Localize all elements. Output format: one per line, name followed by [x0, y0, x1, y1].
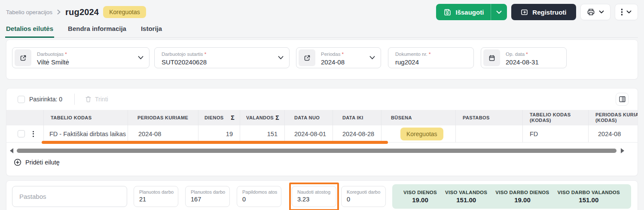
col-header-periodas-kuriame[interactable]: PERIODAS KURIAME — [128, 110, 198, 125]
stat-naudoti-atostogu[interactable]: Naudoti atostog 3.23 — [292, 186, 336, 207]
col-header-tabelio-kodas[interactable]: TABELIO KODAS — [43, 110, 128, 125]
col-header-pastabos[interactable]: PASTABOS — [455, 110, 522, 125]
save-button-label: Išsaugoti — [455, 9, 484, 16]
add-row-button[interactable]: Pridėti eilutę — [14, 158, 60, 166]
chevron-down-icon[interactable] — [369, 56, 381, 60]
column-settings-button[interactable] — [616, 93, 629, 106]
col-header-data-iki[interactable]: DATA IKI — [333, 110, 381, 125]
col-header-tabelio-kodas-kodas[interactable]: TABELIO KODAS(KODAS) — [522, 110, 588, 125]
status-badge: Koreguotas — [103, 6, 146, 18]
total-viso-dienos: VISO DIENOS 19.00 — [403, 190, 437, 204]
printer-icon — [587, 8, 595, 16]
kebab-icon — [621, 9, 623, 15]
field-label: Darbuotojo sutartis * — [162, 52, 206, 57]
chevron-down-icon — [599, 10, 604, 14]
add-row-label: Pridėti eilutę — [25, 159, 60, 166]
stat-papildomos-atostogos[interactable]: Papildomos atos 0 — [237, 186, 281, 207]
document-form-card: Darbuotojas * Viltė Smiltė Darbuotojo su… — [6, 40, 638, 79]
field-label: Darbuotojas * — [37, 52, 67, 57]
cell-tabelio-kodas-kodas: FD — [522, 125, 588, 142]
field-label: Op. data * — [506, 52, 528, 57]
cell-data-nuo: 2024-08-01 — [284, 125, 333, 142]
chevron-down-icon[interactable] — [278, 56, 289, 60]
dokumento-nr-value: rug2024 — [395, 58, 473, 66]
stat-planuotos-darbo-dienos[interactable]: Planuotos darbo 21 — [134, 186, 178, 207]
chevron-down-icon[interactable] — [138, 56, 149, 60]
calendar-icon[interactable] — [483, 49, 500, 66]
breadcrumb-parent-link[interactable]: Tabelio operacijos — [6, 9, 52, 15]
detail-lines-card: Pasirinkta: 0 Trinti TABELIO KODAS PERIO… — [6, 88, 638, 176]
cell-dienos: 19 — [198, 125, 240, 142]
col-header-dienos[interactable]: DIENOSΣ — [198, 110, 240, 125]
save-icon — [444, 9, 451, 16]
totals-panel: VISO DIENOS 19.00 VISO VALANDOS 151.00 V… — [392, 184, 631, 209]
table-row[interactable]: FD - Faktiškai dirbtas laikas 2024-08 19… — [6, 125, 638, 143]
header-select-column — [6, 110, 43, 125]
cell-valandos: 151 — [240, 125, 284, 142]
total-viso-darbo-dienos: VISO DARBO DIENOS 19.00 — [495, 190, 549, 204]
register-button[interactable]: Registruoti — [511, 4, 576, 20]
sutartis-value: SUT020240628 — [162, 58, 278, 66]
stat-planuotos-darbo-valandos[interactable]: Planuotos darbo 167 — [185, 186, 230, 207]
select-all-checkbox[interactable] — [18, 96, 25, 103]
tab-bendra-informacija[interactable]: Bendra informacija — [67, 23, 127, 37]
header-actions: Išsaugoti Registruoti — [436, 4, 638, 20]
save-button[interactable]: Išsaugoti — [436, 4, 507, 20]
op-data-field[interactable]: Op. data * 2024-08-31 — [481, 47, 567, 68]
stat-koreguoti-darbo[interactable]: Koreguoti darbo 0 — [341, 186, 386, 207]
sigma-icon: Σ — [231, 114, 235, 121]
darbuotojas-value: Viltė Smiltė — [37, 58, 138, 66]
field-label: Dokumento nr. * — [395, 52, 430, 57]
print-dropdown-button[interactable] — [580, 4, 610, 20]
periodas-field[interactable]: Periodas * 2024-08 — [296, 47, 381, 68]
chevron-right-icon — [57, 9, 61, 15]
col-header-data-nuo[interactable]: DATA NUO — [284, 110, 333, 125]
tab-bar: Detalios eilutės Bendra informacija Isto… — [5, 23, 638, 38]
cell-tabelio-kodas: FD - Faktiškai dirbtas laikas — [43, 125, 128, 142]
darbuotojas-field[interactable]: Darbuotojas * Viltė Smiltė — [12, 47, 150, 68]
tab-istorija[interactable]: Istorija — [140, 23, 163, 37]
topbar: Tabelio operacijos rug2024 Koreguotas Iš… — [6, 4, 638, 20]
cell-periodas-kuriame-kodas: 2024-08 — [588, 125, 638, 142]
external-link-icon[interactable] — [299, 49, 315, 66]
register-icon — [521, 9, 528, 16]
summary-card: Planuotos darbo 21 Planuotos darbo 167 P… — [6, 180, 638, 210]
register-button-label: Registruoti — [532, 9, 566, 16]
toolbar-divider — [74, 94, 75, 105]
sigma-icon: Σ — [275, 114, 279, 121]
external-link-icon[interactable] — [15, 49, 31, 66]
horizontal-scrollbar — [6, 148, 638, 153]
breadcrumb: Tabelio operacijos rug2024 Koreguotas — [6, 6, 146, 18]
page-title: rug2024 — [65, 7, 99, 17]
col-header-busena[interactable]: BŪSENA — [381, 110, 455, 125]
total-viso-darbo-valandos: VISO DARBO VALANDOS 151.00 — [558, 190, 620, 204]
col-header-valandos[interactable]: VALANDOSΣ — [240, 110, 284, 125]
notes-input[interactable] — [12, 186, 127, 207]
delete-button-label: Trinti — [95, 96, 108, 103]
scroll-right-arrow[interactable] — [621, 148, 624, 153]
scroll-left-arrow[interactable] — [10, 148, 13, 153]
row-status-badge: Koreguotas — [400, 128, 443, 140]
save-dropdown-toggle[interactable] — [491, 10, 507, 14]
total-viso-valandos: VISO VALANDOS 151.00 — [445, 190, 487, 204]
col-header-periodas-kuriame-kodas[interactable]: PERIODAS KURIAME(KODAS) — [588, 110, 638, 125]
tab-detalios-eilutes[interactable]: Detalios eilutės — [5, 23, 54, 38]
scrollbar-thumb[interactable] — [17, 149, 617, 153]
periodas-value: 2024-08 — [321, 58, 369, 66]
more-actions-button[interactable] — [615, 4, 638, 20]
chevron-down-icon — [626, 10, 632, 14]
delete-button[interactable]: Trinti — [85, 96, 108, 103]
table-header-row: TABELIO KODAS PERIODAS KURIAME DIENOSΣ V… — [6, 110, 638, 125]
row-checkbox[interactable] — [18, 130, 25, 137]
table-toolbar: Pasirinkta: 0 Trinti — [6, 88, 638, 110]
darbuotojo-sutartis-field[interactable]: Darbuotojo sutartis * SUT020240628 — [154, 47, 290, 68]
selected-count-label: Pasirinkta: 0 — [29, 96, 62, 103]
cell-periodas-kuriame: 2024-08 — [128, 125, 198, 142]
op-data-value: 2024-08-31 — [506, 58, 566, 66]
field-label: Periodas * — [321, 52, 344, 57]
cell-pastabos — [455, 125, 522, 142]
row-menu-icon[interactable] — [31, 129, 36, 139]
cell-data-iki: 2024-08-28 — [333, 125, 381, 142]
trash-icon — [85, 96, 92, 103]
dokumento-nr-field[interactable]: Dokumento nr. * rug2024 — [388, 47, 474, 68]
